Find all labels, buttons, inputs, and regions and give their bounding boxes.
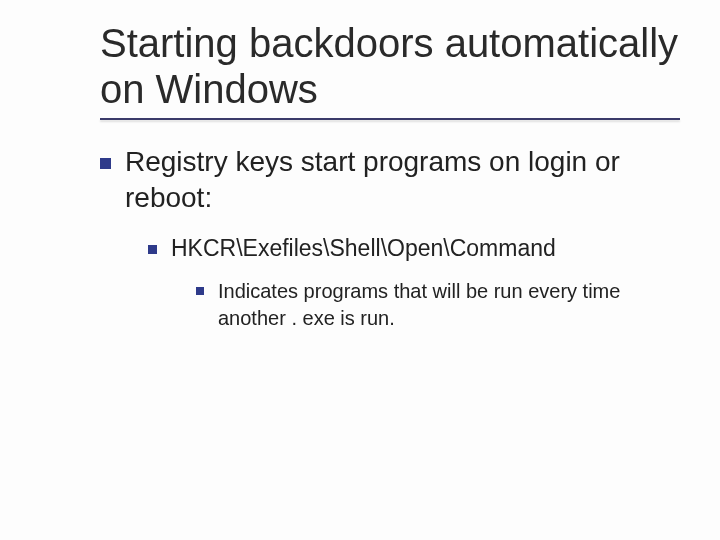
- bullet-level-2-text: HKCR\Exefiles\Shell\Open\Command: [171, 234, 556, 264]
- square-bullet-icon: [148, 245, 157, 254]
- square-bullet-icon: [196, 287, 204, 295]
- bullet-level-2: HKCR\Exefiles\Shell\Open\Command: [148, 234, 680, 264]
- bullet-level-1-text: Registry keys start programs on login or…: [125, 144, 680, 216]
- bullet-level-3: Indicates programs that will be run ever…: [196, 278, 680, 332]
- bullet-level-3-text: Indicates programs that will be run ever…: [218, 278, 680, 332]
- slide: Starting backdoors automatically on Wind…: [0, 0, 720, 540]
- title-underline: [100, 118, 680, 120]
- bullet-level-1: Registry keys start programs on login or…: [100, 144, 680, 216]
- slide-title: Starting backdoors automatically on Wind…: [100, 20, 680, 112]
- square-bullet-icon: [100, 158, 111, 169]
